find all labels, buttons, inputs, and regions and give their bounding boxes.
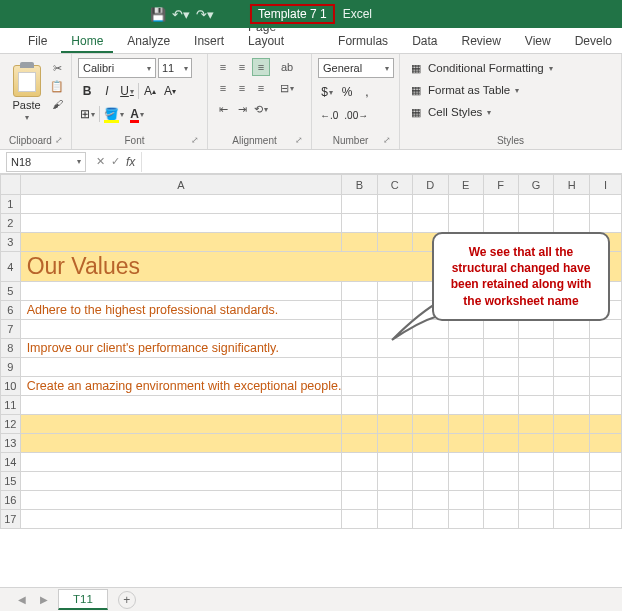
row-header[interactable]: 12 xyxy=(1,415,21,434)
orientation-icon[interactable]: ⟲▾ xyxy=(252,100,270,118)
row-header[interactable]: 4 xyxy=(1,252,21,282)
col-header[interactable]: E xyxy=(448,175,483,195)
align-right-icon[interactable]: ≡ xyxy=(252,79,270,97)
font-size-select[interactable]: 11▾ xyxy=(158,58,192,78)
merge-icon[interactable]: ⊟▾ xyxy=(278,79,296,97)
tab-developer[interactable]: Develo xyxy=(565,30,622,53)
dialog-launcher-icon[interactable]: ⤢ xyxy=(191,135,201,145)
row-header[interactable]: 9 xyxy=(1,358,21,377)
percent-button[interactable]: % xyxy=(338,82,356,102)
decrease-font-icon[interactable]: A▾ xyxy=(161,81,179,101)
tab-analyze[interactable]: Analyze xyxy=(117,30,180,53)
value-cell[interactable]: Create an amazing environment with excep… xyxy=(20,377,342,396)
row-header[interactable]: 14 xyxy=(1,453,21,472)
name-box[interactable]: N18▾ xyxy=(6,152,86,172)
currency-button[interactable]: $▾ xyxy=(318,82,336,102)
increase-decimal-icon[interactable]: ←.0 xyxy=(318,105,340,125)
align-top-icon[interactable]: ≡ xyxy=(214,58,232,76)
increase-font-icon[interactable]: A▴ xyxy=(141,81,159,101)
align-left-icon[interactable]: ≡ xyxy=(214,79,232,97)
redo-icon[interactable]: ↷▾ xyxy=(196,7,214,22)
grid-icon: ▦ xyxy=(408,61,424,75)
group-number: General▾ $▾ % , ←.0 .00→ Number⤢ xyxy=(312,54,400,149)
copy-icon[interactable]: 📋 xyxy=(49,80,65,94)
col-header[interactable]: C xyxy=(377,175,412,195)
col-header[interactable]: B xyxy=(342,175,377,195)
row-header[interactable]: 17 xyxy=(1,510,21,529)
clipboard-icon xyxy=(13,65,41,97)
next-sheet-icon[interactable]: ▶ xyxy=(36,594,52,605)
fx-icon[interactable]: fx xyxy=(126,155,135,169)
paste-button[interactable]: Paste ▾ xyxy=(6,58,47,128)
row-header[interactable]: 13 xyxy=(1,434,21,453)
spreadsheet-grid[interactable]: A B C D E F G H I 1 2 3 4Our Values 5 6A… xyxy=(0,174,622,529)
row-header[interactable]: 2 xyxy=(1,214,21,233)
decrease-indent-icon[interactable]: ⇤ xyxy=(214,100,232,118)
save-icon[interactable]: 💾 xyxy=(150,7,166,22)
cut-icon[interactable]: ✂ xyxy=(49,62,65,76)
row-header[interactable]: 6 xyxy=(1,301,21,320)
dialog-launcher-icon[interactable]: ⤢ xyxy=(55,135,65,145)
chevron-down-icon: ▾ xyxy=(25,113,29,122)
tab-file[interactable]: File xyxy=(18,30,57,53)
font-name-select[interactable]: Calibri▾ xyxy=(78,58,156,78)
comma-button[interactable]: , xyxy=(358,82,376,102)
dialog-launcher-icon[interactable]: ⤢ xyxy=(295,135,305,145)
fill-color-button[interactable]: 🪣▾ xyxy=(102,104,126,124)
col-header[interactable]: H xyxy=(554,175,589,195)
format-as-table-button[interactable]: ▦Format as Table▾ xyxy=(406,80,615,100)
row-header[interactable]: 15 xyxy=(1,472,21,491)
undo-icon[interactable]: ↶▾ xyxy=(172,7,190,22)
tab-data[interactable]: Data xyxy=(402,30,447,53)
row-header[interactable]: 1 xyxy=(1,195,21,214)
row-header[interactable]: 8 xyxy=(1,339,21,358)
row-header[interactable]: 7 xyxy=(1,320,21,339)
col-header[interactable]: F xyxy=(483,175,518,195)
cancel-icon[interactable]: ✕ xyxy=(96,155,105,168)
ribbon-tabs: File Home Analyze Insert Page Layout For… xyxy=(0,28,622,54)
sheet-tab-active[interactable]: T11 xyxy=(58,589,108,610)
add-sheet-button[interactable]: + xyxy=(118,591,136,609)
table-icon: ▦ xyxy=(408,83,424,97)
wrap-text-icon[interactable]: ab xyxy=(278,58,296,76)
underline-button[interactable]: U▾ xyxy=(118,81,136,101)
increase-indent-icon[interactable]: ⇥ xyxy=(233,100,251,118)
row-header[interactable]: 3 xyxy=(1,233,21,252)
enter-icon[interactable]: ✓ xyxy=(111,155,120,168)
group-clipboard: Paste ▾ ✂ 📋 🖌 Clipboard⤢ xyxy=(0,54,72,149)
tab-view[interactable]: View xyxy=(515,30,561,53)
bold-button[interactable]: B xyxy=(78,81,96,101)
row-header[interactable]: 5 xyxy=(1,282,21,301)
annotation-callout: We see that all the structural changed h… xyxy=(432,232,610,321)
italic-button[interactable]: I xyxy=(98,81,116,101)
row-header[interactable]: 16 xyxy=(1,491,21,510)
format-painter-icon[interactable]: 🖌 xyxy=(49,98,65,112)
cell-styles-button[interactable]: ▦Cell Styles▾ xyxy=(406,102,615,122)
decrease-decimal-icon[interactable]: .00→ xyxy=(342,105,370,125)
value-cell[interactable]: Improve our client's performance signifi… xyxy=(20,339,342,358)
col-header[interactable]: D xyxy=(413,175,448,195)
col-header[interactable]: I xyxy=(589,175,621,195)
font-color-button[interactable]: A▾ xyxy=(128,104,146,124)
borders-button[interactable]: ⊞▾ xyxy=(78,104,97,124)
app-name: Excel xyxy=(343,7,372,21)
tab-formulas[interactable]: Formulas xyxy=(328,30,398,53)
tab-review[interactable]: Review xyxy=(451,30,510,53)
number-format-select[interactable]: General▾ xyxy=(318,58,394,78)
row-header[interactable]: 10 xyxy=(1,377,21,396)
formula-bar[interactable] xyxy=(141,152,622,172)
col-header[interactable]: G xyxy=(518,175,554,195)
row-header[interactable]: 11 xyxy=(1,396,21,415)
dialog-launcher-icon[interactable]: ⤢ xyxy=(383,135,393,145)
select-all-corner[interactable] xyxy=(1,175,21,195)
conditional-formatting-button[interactable]: ▦Conditional Formatting▾ xyxy=(406,58,615,78)
tab-insert[interactable]: Insert xyxy=(184,30,234,53)
align-center-icon[interactable]: ≡ xyxy=(233,79,251,97)
align-middle-icon[interactable]: ≡ xyxy=(233,58,251,76)
col-header[interactable]: A xyxy=(20,175,342,195)
tab-home[interactable]: Home xyxy=(61,30,113,53)
sheet-tab-bar: ◀ ▶ T11 + xyxy=(0,587,622,611)
value-cell[interactable]: Adhere to the highest professional stand… xyxy=(20,301,342,320)
align-bottom-icon[interactable]: ≡ xyxy=(252,58,270,76)
prev-sheet-icon[interactable]: ◀ xyxy=(14,594,30,605)
